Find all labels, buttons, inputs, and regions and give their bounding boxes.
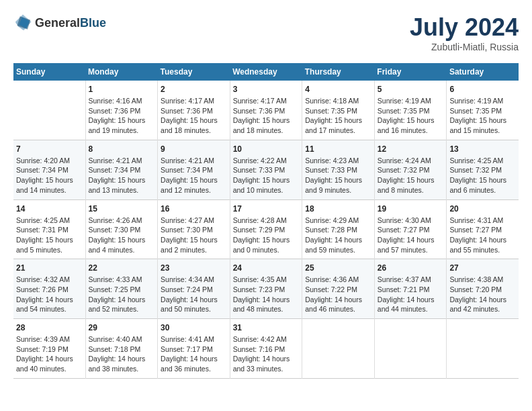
day-details: Sunrise: 4:29 AM Sunset: 7:28 PM Dayligh… — [305, 216, 371, 255]
day-of-week-header: Monday — [85, 63, 158, 81]
calendar-week-row: 28Sunrise: 4:39 AM Sunset: 7:19 PM Dayli… — [13, 319, 519, 379]
calendar-cell: 10Sunrise: 4:22 AM Sunset: 7:33 PM Dayli… — [230, 140, 302, 199]
calendar-cell: 27Sunrise: 4:38 AM Sunset: 7:20 PM Dayli… — [447, 259, 519, 319]
day-number: 30 — [161, 323, 227, 332]
day-number: 6 — [449, 85, 516, 94]
location-subtitle: Zubutli-Miatli, Russia — [410, 42, 519, 52]
day-details: Sunrise: 4:42 AM Sunset: 7:16 PM Dayligh… — [233, 334, 300, 374]
day-number: 26 — [378, 263, 444, 273]
day-number: 27 — [449, 263, 516, 273]
calendar-header-row: SundayMondayTuesdayWednesdayThursdayFrid… — [13, 63, 519, 81]
calendar-cell: 4Sunrise: 4:18 AM Sunset: 7:35 PM Daylig… — [302, 81, 375, 140]
calendar-cell: 18Sunrise: 4:29 AM Sunset: 7:28 PM Dayli… — [302, 199, 375, 259]
calendar-cell: 19Sunrise: 4:30 AM Sunset: 7:27 PM Dayli… — [374, 199, 447, 259]
day-details: Sunrise: 4:25 AM Sunset: 7:31 PM Dayligh… — [16, 216, 83, 255]
calendar-cell: 2Sunrise: 4:17 AM Sunset: 7:36 PM Daylig… — [158, 81, 230, 140]
day-details: Sunrise: 4:19 AM Sunset: 7:35 PM Dayligh… — [449, 96, 516, 136]
day-number: 14 — [16, 204, 83, 214]
day-number: 15 — [89, 204, 155, 214]
day-number: 18 — [305, 204, 371, 214]
calendar-cell: 31Sunrise: 4:42 AM Sunset: 7:16 PM Dayli… — [230, 319, 302, 379]
calendar-cell — [13, 81, 85, 140]
calendar-cell: 6Sunrise: 4:19 AM Sunset: 7:35 PM Daylig… — [447, 81, 519, 140]
calendar-cell: 24Sunrise: 4:35 AM Sunset: 7:23 PM Dayli… — [230, 259, 302, 319]
calendar-cell: 7Sunrise: 4:20 AM Sunset: 7:34 PM Daylig… — [13, 140, 85, 199]
day-number: 10 — [233, 144, 300, 154]
calendar-cell: 3Sunrise: 4:17 AM Sunset: 7:36 PM Daylig… — [230, 81, 302, 140]
day-number: 3 — [233, 85, 300, 94]
day-details: Sunrise: 4:40 AM Sunset: 7:18 PM Dayligh… — [89, 334, 155, 374]
day-details: Sunrise: 4:34 AM Sunset: 7:24 PM Dayligh… — [161, 275, 227, 314]
calendar-cell: 13Sunrise: 4:25 AM Sunset: 7:32 PM Dayli… — [447, 140, 519, 199]
day-number: 12 — [378, 144, 444, 154]
day-details: Sunrise: 4:25 AM Sunset: 7:32 PM Dayligh… — [449, 156, 516, 195]
day-details: Sunrise: 4:41 AM Sunset: 7:17 PM Dayligh… — [161, 334, 227, 374]
calendar-cell: 16Sunrise: 4:27 AM Sunset: 7:30 PM Dayli… — [158, 199, 230, 259]
calendar-cell: 23Sunrise: 4:34 AM Sunset: 7:24 PM Dayli… — [158, 259, 230, 319]
calendar-cell — [447, 319, 519, 379]
day-number: 19 — [378, 204, 444, 214]
calendar-cell: 20Sunrise: 4:31 AM Sunset: 7:27 PM Dayli… — [447, 199, 519, 259]
day-number: 2 — [161, 85, 227, 94]
calendar-cell: 21Sunrise: 4:32 AM Sunset: 7:26 PM Dayli… — [13, 259, 85, 319]
day-number: 25 — [305, 263, 371, 273]
day-number: 4 — [305, 85, 371, 94]
day-details: Sunrise: 4:21 AM Sunset: 7:34 PM Dayligh… — [161, 156, 227, 195]
day-number: 21 — [16, 263, 83, 273]
month-year-title: July 2024 — [410, 13, 519, 42]
day-details: Sunrise: 4:26 AM Sunset: 7:30 PM Dayligh… — [89, 216, 155, 255]
day-number: 11 — [305, 144, 371, 154]
day-number: 8 — [89, 144, 155, 154]
day-number: 7 — [16, 144, 83, 154]
page-header: GeneralBlue July 2024 Zubutli-Miatli, Ru… — [13, 13, 519, 52]
calendar-cell: 17Sunrise: 4:28 AM Sunset: 7:29 PM Dayli… — [230, 199, 302, 259]
day-details: Sunrise: 4:20 AM Sunset: 7:34 PM Dayligh… — [16, 156, 83, 195]
calendar-cell: 30Sunrise: 4:41 AM Sunset: 7:17 PM Dayli… — [158, 319, 230, 379]
day-details: Sunrise: 4:31 AM Sunset: 7:27 PM Dayligh… — [449, 216, 516, 255]
day-of-week-header: Wednesday — [230, 63, 302, 81]
day-number: 17 — [233, 204, 300, 214]
calendar-cell: 15Sunrise: 4:26 AM Sunset: 7:30 PM Dayli… — [85, 199, 158, 259]
calendar-cell: 9Sunrise: 4:21 AM Sunset: 7:34 PM Daylig… — [158, 140, 230, 199]
day-of-week-header: Sunday — [13, 63, 85, 81]
day-details: Sunrise: 4:38 AM Sunset: 7:20 PM Dayligh… — [449, 275, 516, 314]
day-number: 5 — [378, 85, 444, 94]
day-details: Sunrise: 4:35 AM Sunset: 7:23 PM Dayligh… — [233, 275, 300, 314]
day-details: Sunrise: 4:16 AM Sunset: 7:36 PM Dayligh… — [89, 96, 155, 136]
calendar-cell: 28Sunrise: 4:39 AM Sunset: 7:19 PM Dayli… — [13, 319, 85, 379]
logo-icon — [13, 13, 32, 32]
logo: GeneralBlue — [13, 13, 106, 32]
day-details: Sunrise: 4:27 AM Sunset: 7:30 PM Dayligh… — [161, 216, 227, 255]
day-number: 31 — [233, 323, 300, 332]
title-block: July 2024 Zubutli-Miatli, Russia — [410, 13, 519, 52]
day-number: 23 — [161, 263, 227, 273]
day-number: 24 — [233, 263, 300, 273]
day-of-week-header: Tuesday — [158, 63, 230, 81]
day-details: Sunrise: 4:32 AM Sunset: 7:26 PM Dayligh… — [16, 275, 83, 314]
calendar-cell: 11Sunrise: 4:23 AM Sunset: 7:33 PM Dayli… — [302, 140, 375, 199]
calendar-cell: 22Sunrise: 4:33 AM Sunset: 7:25 PM Dayli… — [85, 259, 158, 319]
day-details: Sunrise: 4:39 AM Sunset: 7:19 PM Dayligh… — [16, 334, 83, 374]
day-details: Sunrise: 4:28 AM Sunset: 7:29 PM Dayligh… — [233, 216, 300, 255]
calendar-cell: 14Sunrise: 4:25 AM Sunset: 7:31 PM Dayli… — [13, 199, 85, 259]
day-number: 28 — [16, 323, 83, 332]
day-of-week-header: Thursday — [302, 63, 375, 81]
logo-text: GeneralBlue — [35, 16, 106, 30]
calendar-cell: 25Sunrise: 4:36 AM Sunset: 7:22 PM Dayli… — [302, 259, 375, 319]
calendar-table: SundayMondayTuesdayWednesdayThursdayFrid… — [13, 63, 519, 379]
day-number: 22 — [89, 263, 155, 273]
day-details: Sunrise: 4:33 AM Sunset: 7:25 PM Dayligh… — [89, 275, 155, 314]
day-details: Sunrise: 4:36 AM Sunset: 7:22 PM Dayligh… — [305, 275, 371, 314]
calendar-cell: 8Sunrise: 4:21 AM Sunset: 7:34 PM Daylig… — [85, 140, 158, 199]
calendar-cell: 12Sunrise: 4:24 AM Sunset: 7:32 PM Dayli… — [374, 140, 447, 199]
day-details: Sunrise: 4:18 AM Sunset: 7:35 PM Dayligh… — [305, 96, 371, 136]
day-of-week-header: Saturday — [447, 63, 519, 81]
day-details: Sunrise: 4:30 AM Sunset: 7:27 PM Dayligh… — [378, 216, 444, 255]
day-details: Sunrise: 4:37 AM Sunset: 7:21 PM Dayligh… — [378, 275, 444, 314]
calendar-cell — [374, 319, 447, 379]
day-number: 20 — [449, 204, 516, 214]
day-details: Sunrise: 4:21 AM Sunset: 7:34 PM Dayligh… — [89, 156, 155, 195]
day-details: Sunrise: 4:19 AM Sunset: 7:35 PM Dayligh… — [378, 96, 444, 136]
calendar-week-row: 21Sunrise: 4:32 AM Sunset: 7:26 PM Dayli… — [13, 259, 519, 319]
calendar-cell: 5Sunrise: 4:19 AM Sunset: 7:35 PM Daylig… — [374, 81, 447, 140]
